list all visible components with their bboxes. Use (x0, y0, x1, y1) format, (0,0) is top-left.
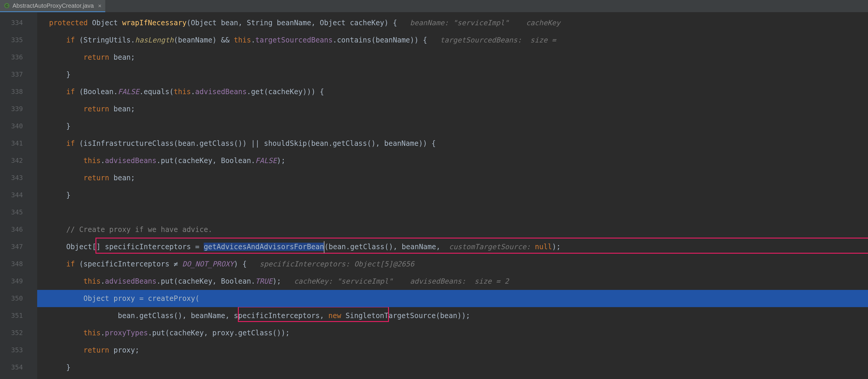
fold-marker[interactable] (28, 152, 37, 169)
code-line[interactable]: this.advisedBeans.put(cacheKey, Boolean.… (37, 273, 868, 290)
fold-marker[interactable] (28, 49, 37, 66)
code-line[interactable]: bean.getClass(), beanName, specificInter… (37, 307, 868, 324)
keyword-protected: protected (49, 19, 88, 27)
line-number[interactable]: 338 (0, 83, 28, 100)
fold-marker[interactable] (28, 83, 37, 100)
code-line[interactable]: return proxy; (37, 342, 868, 359)
code-line[interactable]: return bean; (37, 100, 868, 117)
code-line[interactable]: Object[] specificInterceptors = getAdvic… (37, 238, 868, 255)
fold-marker[interactable] (28, 14, 37, 32)
code-line[interactable] (37, 204, 868, 221)
fold-marker[interactable] (28, 255, 37, 273)
code-line[interactable]: this.advisedBeans.put(cacheKey, Boolean.… (37, 152, 868, 169)
fold-marker[interactable] (28, 204, 37, 221)
line-number[interactable]: 353 (0, 342, 28, 359)
code-line[interactable]: } (37, 186, 868, 204)
line-number[interactable]: 335 (0, 32, 28, 49)
inlay-hint: cacheKey (509, 19, 560, 27)
line-number[interactable]: 336 (0, 49, 28, 66)
fold-marker[interactable] (28, 186, 37, 204)
fold-marker[interactable] (28, 117, 37, 135)
fold-gutter (28, 12, 37, 379)
line-number[interactable]: 351 (0, 307, 28, 324)
line-number[interactable]: 346 (0, 221, 28, 238)
editor: 3343353363373383393403413423433443453463… (0, 12, 868, 379)
code-line[interactable]: } (37, 117, 868, 135)
method-decl: wrapIfNecessary (122, 19, 187, 27)
comment: // Create proxy if we have advice. (66, 226, 212, 234)
line-number[interactable]: 348 (0, 255, 28, 273)
code-line[interactable]: if (isInfrastructureClass(bean.getClass(… (37, 135, 868, 152)
inlay-hint: targetSourcedBeans: size = (427, 36, 556, 44)
code-line[interactable]: // Create proxy if we have advice. (37, 221, 868, 238)
selection: getAdvicesAndAdvisorsForBean (204, 243, 324, 251)
line-number[interactable]: 339 (0, 100, 28, 117)
fold-marker[interactable] (28, 221, 37, 238)
tab-filename: AbstractAutoProxyCreator.java (12, 2, 94, 9)
fold-marker[interactable] (28, 32, 37, 49)
code-line[interactable]: protected Object wrapIfNecessary(Object … (37, 14, 868, 32)
fold-marker[interactable] (28, 307, 37, 324)
line-number[interactable]: 344 (0, 186, 28, 204)
code-line[interactable]: if (Boolean.FALSE.equals(this.advisedBea… (37, 83, 868, 100)
line-number[interactable]: 340 (0, 117, 28, 135)
fold-marker[interactable] (28, 324, 37, 342)
fold-marker[interactable] (28, 169, 37, 186)
line-number[interactable]: 349 (0, 273, 28, 290)
line-number-gutter: 3343353363373383393403413423433443453463… (0, 12, 28, 379)
line-number[interactable]: 352 (0, 324, 28, 342)
code-line[interactable]: return bean; (37, 49, 868, 66)
line-number[interactable]: 334 (0, 14, 28, 32)
inlay-hint: beanName: "serviceImpl" (397, 19, 509, 27)
line-number[interactable]: 345 (0, 204, 28, 221)
fold-marker[interactable] (28, 66, 37, 83)
svg-text:C: C (5, 4, 8, 8)
fold-marker[interactable] (28, 359, 37, 376)
line-number[interactable]: 343 (0, 169, 28, 186)
line-number[interactable]: 337 (0, 66, 28, 83)
tab-bar: C AbstractAutoProxyCreator.java × (0, 0, 868, 12)
line-number[interactable]: 342 (0, 152, 28, 169)
line-number[interactable]: 350 (0, 290, 28, 307)
code-line[interactable]: this.proxyTypes.put(cacheKey, proxy.getC… (37, 324, 868, 342)
line-number[interactable]: 341 (0, 135, 28, 152)
fold-marker[interactable] (28, 135, 37, 152)
java-class-icon: C (4, 2, 10, 9)
fold-marker[interactable] (28, 290, 37, 307)
line-number[interactable]: 347 (0, 238, 28, 255)
code-area[interactable]: protected Object wrapIfNecessary(Object … (37, 12, 868, 379)
code-line[interactable]: if (specificInterceptors ≠ DO_NOT_PROXY)… (37, 255, 868, 273)
code-line[interactable]: if (StringUtils.hasLength(beanName) && t… (37, 32, 868, 49)
fold-marker[interactable] (28, 100, 37, 117)
inlay-hint: specificInterceptors: Object[5]@2656 (247, 260, 414, 268)
editor-tab[interactable]: C AbstractAutoProxyCreator.java × (0, 0, 105, 12)
close-icon[interactable]: × (98, 2, 101, 9)
code-line[interactable]: } (37, 66, 868, 83)
fold-marker[interactable] (28, 342, 37, 359)
fold-marker[interactable] (28, 273, 37, 290)
code-line[interactable]: } (37, 359, 868, 376)
inlay-hint: customTargetSource: (444, 243, 535, 251)
code-line[interactable]: return bean; (37, 169, 868, 186)
inlay-hint: cacheKey: "serviceImpl" (281, 277, 393, 285)
inlay-hint: advisedBeans: size = 2 (393, 277, 509, 285)
fold-marker[interactable] (28, 238, 37, 255)
line-number[interactable]: 354 (0, 359, 28, 376)
execution-point-line[interactable]: Object proxy = createProxy( (37, 290, 868, 307)
